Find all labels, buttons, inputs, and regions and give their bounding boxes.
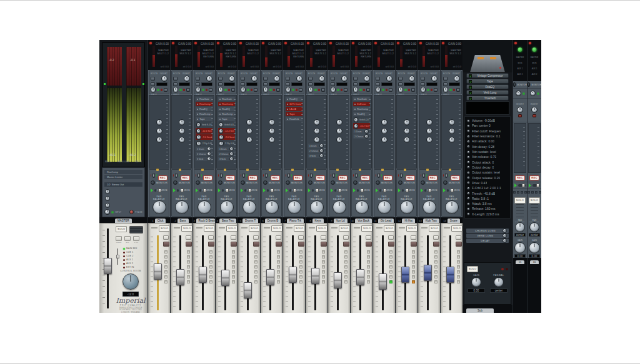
mute-button[interactable] xyxy=(321,242,327,247)
trim-knob[interactable] xyxy=(274,76,280,82)
fx-insert-item[interactable]: ReaComp xyxy=(353,107,370,111)
group-checkbox[interactable] xyxy=(344,265,348,268)
group-checkbox[interactable] xyxy=(412,255,415,258)
fx-insert-item[interactable]: ReaXcmp xyxy=(218,112,235,116)
monitor-button[interactable] xyxy=(308,180,312,185)
record-led-icon[interactable] xyxy=(374,42,377,44)
send-knob[interactable] xyxy=(314,137,320,143)
mute-led-icon[interactable] xyxy=(218,174,219,177)
route-display[interactable] xyxy=(314,82,325,86)
trim-knob[interactable] xyxy=(364,76,370,82)
send-item[interactable]: 3 Verb xyxy=(196,157,212,161)
fx-parameter-row[interactable]: Attn release: 0.70 xyxy=(467,155,508,159)
route-button[interactable] xyxy=(331,77,335,81)
record-led-icon[interactable] xyxy=(442,42,444,44)
fx-enabled-checkbox[interactable] xyxy=(469,74,472,77)
automation-mode-button[interactable] xyxy=(208,235,214,240)
group-checkbox[interactable] xyxy=(344,275,348,278)
sub-solo-button[interactable]: SOLO xyxy=(467,266,478,272)
group-checkbox[interactable] xyxy=(367,275,370,278)
solo-button[interactable]: SOLO xyxy=(181,225,192,232)
fader-track[interactable] xyxy=(247,235,249,310)
route-button[interactable] xyxy=(376,77,380,81)
fx-button[interactable] xyxy=(353,82,358,86)
send-knob-row[interactable]: Verb 6.20 Dly xyxy=(353,117,370,122)
route-display[interactable] xyxy=(381,82,392,86)
fader-handle[interactable] xyxy=(199,267,207,283)
route-display[interactable] xyxy=(224,82,235,86)
master-route-item[interactable]: 1/2: Stereo Out xyxy=(104,182,142,187)
mute-button[interactable] xyxy=(456,242,462,247)
group-checkbox[interactable] xyxy=(434,275,438,278)
group-checkbox[interactable] xyxy=(457,260,460,263)
mute-led-icon[interactable] xyxy=(421,174,421,177)
group-checkbox[interactable] xyxy=(232,260,235,263)
master-fx-item[interactable]: TrueVerb xyxy=(466,96,509,101)
automation-mode-button[interactable] xyxy=(456,235,461,240)
mute-led-icon[interactable] xyxy=(376,174,376,177)
group-checkbox[interactable] xyxy=(232,265,235,268)
fx-insert-item[interactable]: ReaComp xyxy=(196,102,212,106)
trim-knob[interactable] xyxy=(431,76,438,82)
record-led-icon[interactable] xyxy=(397,42,399,44)
send-item[interactable]: 1 Drum xyxy=(196,147,212,151)
group-checkbox[interactable] xyxy=(299,275,302,278)
send-knob[interactable] xyxy=(156,119,162,125)
group-checkbox[interactable] xyxy=(187,255,190,258)
group-checkbox[interactable] xyxy=(539,191,541,194)
phase-button[interactable] xyxy=(186,88,190,92)
trim-knob[interactable] xyxy=(341,76,348,82)
phase-button[interactable] xyxy=(366,88,370,92)
monitor-button[interactable] xyxy=(218,180,222,185)
monitor-button[interactable] xyxy=(513,82,516,87)
monitor-button[interactable] xyxy=(421,180,425,185)
fx-parameter-row[interactable]: Attack: 3.8 ms xyxy=(467,202,508,205)
send-knob[interactable] xyxy=(196,141,201,146)
cue-knob[interactable] xyxy=(332,173,335,178)
fx-insert-item[interactable]: ReaComp xyxy=(218,102,235,106)
sub-gain-knob[interactable] xyxy=(471,277,481,287)
send-knob[interactable] xyxy=(404,137,410,143)
fx-send-area[interactable] xyxy=(329,95,349,169)
fx-parameter-row[interactable]: Output decay: 0 xyxy=(467,165,508,169)
mute-led-icon[interactable] xyxy=(501,268,504,270)
fx-button[interactable] xyxy=(443,82,448,86)
monitor-button[interactable] xyxy=(528,82,530,87)
master-send-item[interactable]: DELAY xyxy=(466,239,509,243)
automation-mode-button[interactable] xyxy=(388,235,394,240)
input-gain-knob[interactable] xyxy=(286,87,291,93)
group-checkbox[interactable] xyxy=(434,255,438,258)
insert-knob[interactable] xyxy=(531,107,538,113)
send-knob[interactable] xyxy=(269,137,275,143)
input-gain-knob[interactable] xyxy=(353,87,358,93)
route-button[interactable] xyxy=(241,77,245,81)
fx-button[interactable] xyxy=(376,82,380,86)
channel-name-tab[interactable]: Drums T xyxy=(242,219,258,223)
route-destination[interactable]: AUX 1 xyxy=(513,67,527,70)
route-display[interactable] xyxy=(156,82,168,86)
send-knob-row[interactable]: -12.4 Send xyxy=(196,128,212,134)
mute-led-icon[interactable] xyxy=(286,174,286,177)
send-knob[interactable] xyxy=(426,128,432,134)
group-checkbox[interactable] xyxy=(209,255,212,258)
group-checkbox[interactable] xyxy=(277,255,280,258)
group-checkbox[interactable] xyxy=(299,250,302,253)
monitor-select-option[interactable]: EXT IN xyxy=(123,266,138,268)
parameter-knob[interactable] xyxy=(467,212,470,215)
solo-button[interactable]: SOLO xyxy=(406,225,418,232)
monitor-button[interactable] xyxy=(151,180,155,185)
route-destination[interactable]: RETURN xyxy=(223,55,236,58)
fx-send-area[interactable] xyxy=(514,123,526,173)
source-slider[interactable] xyxy=(222,189,224,192)
cue-knob[interactable] xyxy=(355,173,358,178)
pan-knob[interactable] xyxy=(332,200,346,214)
fx-parameter-row[interactable]: Filter cutoff: Frequen xyxy=(467,129,508,133)
group-checkbox[interactable] xyxy=(254,250,258,253)
send-knob-row[interactable]: Verb 8.43 Dly xyxy=(218,122,235,127)
source-slider[interactable] xyxy=(267,189,269,192)
group-checkbox[interactable] xyxy=(322,255,325,258)
route-destination[interactable]: MULTI 1-2 xyxy=(381,52,394,55)
fx-insert-item[interactable]: ReaGate xyxy=(196,97,212,101)
group-checkbox[interactable] xyxy=(164,250,168,253)
record-arm-button[interactable]: REC xyxy=(451,175,460,180)
